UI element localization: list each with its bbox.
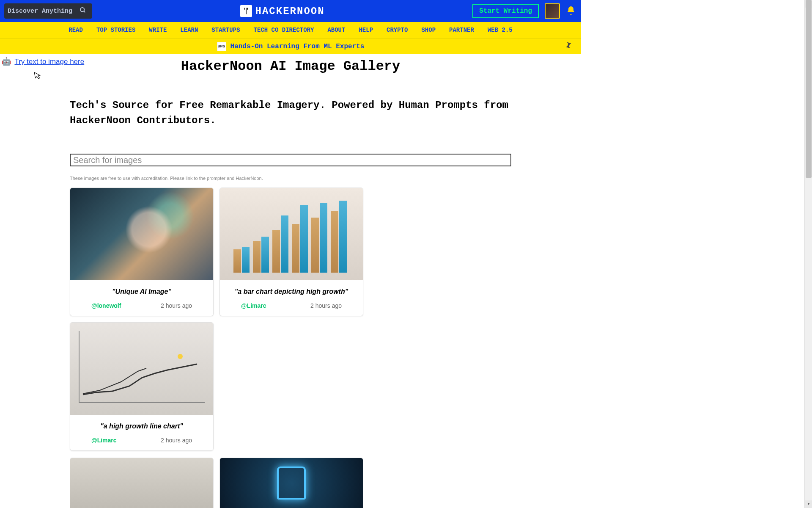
nav-tech-directory[interactable]: TECH CO DIRECTORY [254,27,314,33]
card-author-link[interactable]: @Limarc [91,437,117,444]
card-image[interactable] [220,188,363,280]
try-text-to-image-link[interactable]: Try text to image here [14,58,84,66]
promo-text: Hands-On Learning From ML Experts [230,43,365,50]
nav-about[interactable]: ABOUT [327,27,345,33]
svg-line-1 [84,11,85,12]
card-time: 2 hours ago [310,302,342,309]
card-image[interactable] [70,323,213,415]
card-time: 2 hours ago [161,302,192,309]
disclaimer-text: These images are free to use with accred… [0,176,581,181]
card-image[interactable] [219,458,363,508]
card-image[interactable] [70,188,213,280]
pin-icon[interactable] [562,39,576,55]
image-grid-row2 [0,451,581,508]
logo-area: HACKERNOON [92,5,472,17]
svg-point-3 [178,354,183,359]
nav-crypto[interactable]: CRYPTO [387,27,408,33]
image-card[interactable]: "Unique AI Image" @lonewolf 2 hours ago [70,188,214,316]
scrollbar-down-icon[interactable]: ▼ [805,500,812,508]
nav-partner[interactable]: PARTNER [449,27,474,33]
start-writing-button[interactable]: Start Writing [472,4,539,18]
top-bar: HACKERNOON Start Writing [0,0,581,22]
promo-bar[interactable]: aws Hands-On Learning From ML Experts [0,38,581,54]
scrollbar-thumb[interactable] [806,0,812,178]
image-card[interactable]: "a high growth line chart" @Limarc 2 hou… [70,322,214,451]
card-author-link[interactable]: @Limarc [241,302,266,309]
image-search-input[interactable] [70,154,511,166]
card-image[interactable] [70,458,214,508]
header-actions: Start Writing [472,3,577,19]
search-icon[interactable] [80,7,86,15]
image-grid: "Unique AI Image" @lonewolf 2 hours ago [0,181,581,451]
robot-icon: 🤖 [2,57,11,66]
nav-learn[interactable]: LEARN [180,27,198,33]
scrollbar[interactable]: ▲ ▼ [804,0,812,508]
notifications-icon[interactable] [566,6,577,17]
nav-web25[interactable]: WEB 2.5 [488,27,513,33]
card-caption: "a bar chart depicting high growth" [220,280,363,299]
page-subtitle: Tech's Source for Free Remarkable Imager… [0,98,581,128]
nav-startups[interactable]: STARTUPS [211,27,240,33]
nav-top-stories[interactable]: TOP STORIES [96,27,135,33]
global-search-wrap[interactable] [4,3,92,19]
nav-read[interactable]: READ [69,27,83,33]
card-time: 2 hours ago [161,437,192,444]
promo-logo-icon: aws [217,42,226,51]
nav-shop[interactable]: SHOP [421,27,436,33]
page-title: HackerNoon AI Image Gallery [0,58,581,74]
nav-help[interactable]: HELP [359,27,373,33]
svg-point-0 [80,8,84,11]
card-caption: "a high growth line chart" [70,415,213,433]
image-card[interactable]: "a bar chart depicting high growth" @Lim… [219,188,363,316]
image-card[interactable] [219,458,363,508]
global-search-input[interactable] [8,8,80,15]
avatar[interactable] [545,3,560,19]
logo-text: HACKERNOON [255,6,325,17]
card-author-link[interactable]: @lonewolf [91,302,121,309]
image-card[interactable] [70,458,214,508]
card-caption: "Unique AI Image" [70,280,213,299]
main-nav: READ TOP STORIES WRITE LEARN STARTUPS TE… [0,22,581,38]
nav-write[interactable]: WRITE [149,27,167,33]
logo[interactable]: HACKERNOON [240,5,325,17]
logo-icon [240,5,252,17]
